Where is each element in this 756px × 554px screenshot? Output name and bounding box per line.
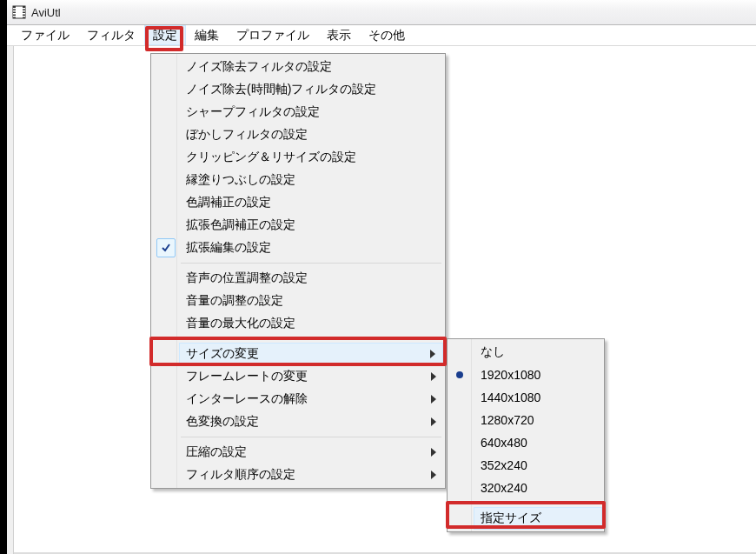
settings-item-blur-filter[interactable]: ぼかしフィルタの設定	[179, 123, 443, 146]
svg-marker-14	[431, 417, 436, 426]
svg-rect-9	[23, 13, 25, 15]
titlebar: AviUtl	[7, 0, 756, 25]
settings-item-label: 色調補正の設定	[186, 195, 271, 210]
menu-other-label: その他	[368, 28, 405, 43]
submenu-arrow-icon	[431, 471, 436, 479]
svg-rect-7	[23, 8, 25, 10]
size-submenu-list: なし 1920x1080 1440x1080 1280x720 640x480 …	[472, 339, 604, 531]
svg-rect-10	[23, 16, 25, 17]
settings-item-label: サイズの変更	[186, 346, 259, 362]
size-item-label: 352x240	[481, 458, 527, 472]
menu-other[interactable]: その他	[360, 25, 414, 45]
svg-marker-16	[431, 471, 436, 479]
menubar: ファイル フィルタ 設定 編集 プロファイル 表示 その他	[7, 25, 756, 46]
size-item-label: 320x240	[481, 481, 527, 495]
menu-separator	[181, 338, 441, 339]
svg-marker-15	[431, 448, 436, 457]
size-item-1440x1080[interactable]: 1440x1080	[474, 386, 602, 409]
svg-rect-8	[23, 10, 25, 12]
app-icon	[12, 5, 26, 19]
menu-profile-label: プロファイル	[236, 28, 309, 43]
svg-marker-13	[431, 395, 436, 404]
size-item-label: 指定サイズ	[481, 511, 541, 526]
settings-item-label: 音量の調整の設定	[186, 293, 283, 309]
settings-item-audio-pos[interactable]: 音声の位置調整の設定	[179, 267, 443, 290]
dropdown-gutter	[448, 339, 472, 531]
settings-item-label: 拡張編集の設定	[186, 240, 271, 256]
size-item-label: 1280x720	[481, 413, 534, 427]
size-item-320x240[interactable]: 320x240	[474, 477, 602, 499]
settings-item-label: ぼかしフィルタの設定	[186, 127, 308, 143]
settings-item-label: 拡張色調補正の設定	[186, 217, 295, 233]
settings-item-label: フレームレートの変更	[186, 369, 308, 384]
submenu-arrow-icon	[430, 350, 435, 358]
menu-edit-label: 編集	[195, 28, 219, 43]
menu-filter-label: フィルタ	[87, 28, 136, 43]
settings-item-label: 音量の最大化の設定	[186, 316, 295, 331]
settings-item-volume-max[interactable]: 音量の最大化の設定	[179, 312, 443, 335]
settings-item-label: ノイズ除去フィルタの設定	[186, 59, 332, 75]
menu-edit[interactable]: 編集	[186, 25, 228, 45]
settings-item-noise-time-filter[interactable]: ノイズ除去(時間軸)フィルタの設定	[179, 78, 443, 101]
settings-item-ext-color-correct[interactable]: 拡張色調補正の設定	[179, 214, 443, 237]
svg-rect-5	[13, 13, 16, 15]
size-item-none[interactable]: なし	[474, 341, 602, 364]
settings-item-noise-filter[interactable]: ノイズ除去フィルタの設定	[179, 56, 443, 78]
submenu-arrow-icon	[431, 372, 436, 381]
size-item-label: 1920x1080	[481, 368, 540, 382]
settings-item-label: シャープフィルタの設定	[186, 104, 320, 120]
dropdown-size-submenu: なし 1920x1080 1440x1080 1280x720 640x480 …	[447, 338, 605, 532]
settings-item-label: 縁塗りつぶしの設定	[186, 172, 295, 188]
settings-item-label: ノイズ除去(時間軸)フィルタの設定	[186, 82, 376, 97]
size-item-1280x720[interactable]: 1280x720	[474, 409, 602, 431]
menu-profile[interactable]: プロファイル	[228, 25, 318, 45]
size-item-352x240[interactable]: 352x240	[474, 454, 602, 477]
svg-rect-3	[13, 8, 16, 10]
settings-item-label: 圧縮の設定	[186, 444, 247, 460]
settings-item-label: 音声の位置調整の設定	[186, 270, 308, 286]
size-item-640x480[interactable]: 640x480	[474, 431, 602, 454]
size-item-label: 1440x1080	[481, 390, 540, 404]
size-item-1920x1080[interactable]: 1920x1080	[474, 364, 602, 386]
settings-item-compress[interactable]: 圧縮の設定	[179, 441, 443, 464]
size-item-specify[interactable]: 指定サイズ	[474, 507, 602, 530]
settings-item-color-correct[interactable]: 色調補正の設定	[179, 191, 443, 214]
submenu-arrow-icon	[431, 448, 436, 457]
window-title: AviUtl	[31, 6, 61, 19]
check-icon	[156, 238, 176, 257]
svg-rect-4	[13, 10, 16, 12]
settings-item-filter-order[interactable]: フィルタ順序の設定	[179, 464, 443, 486]
settings-item-resize[interactable]: サイズの変更	[179, 343, 443, 365]
dropdown-gutter	[151, 54, 177, 488]
svg-marker-12	[431, 372, 436, 381]
menu-separator	[475, 503, 600, 504]
menu-separator	[181, 263, 441, 264]
menu-file-label: ファイル	[21, 28, 70, 43]
menu-separator	[181, 437, 441, 437]
settings-item-color-conv[interactable]: 色変換の設定	[179, 410, 443, 433]
settings-item-ext-edit[interactable]: 拡張編集の設定	[179, 237, 443, 259]
menu-file[interactable]: ファイル	[12, 25, 78, 45]
settings-item-label: クリッピング＆リサイズの設定	[186, 150, 356, 165]
menu-view[interactable]: 表示	[318, 25, 360, 45]
dropdown-settings: ノイズ除去フィルタの設定 ノイズ除去(時間軸)フィルタの設定 シャープフィルタの…	[150, 53, 446, 489]
settings-item-sharp-filter[interactable]: シャープフィルタの設定	[179, 101, 443, 123]
menu-settings-label: 設定	[153, 28, 177, 43]
menu-settings[interactable]: 設定	[144, 25, 186, 45]
settings-item-framerate[interactable]: フレームレートの変更	[179, 365, 443, 388]
settings-item-volume[interactable]: 音量の調整の設定	[179, 290, 443, 312]
svg-marker-11	[430, 350, 435, 358]
size-item-label: なし	[481, 344, 505, 360]
left-rail	[7, 46, 14, 554]
menu-filter[interactable]: フィルタ	[78, 25, 144, 45]
settings-item-border-fill[interactable]: 縁塗りつぶしの設定	[179, 169, 443, 191]
svg-rect-6	[13, 16, 16, 17]
settings-item-label: インターレースの解除	[186, 391, 308, 407]
settings-item-label: フィルタ順序の設定	[186, 467, 295, 483]
radio-selected-icon	[456, 371, 463, 378]
dropdown-settings-list: ノイズ除去フィルタの設定 ノイズ除去(時間軸)フィルタの設定 シャープフィルタの…	[177, 54, 445, 488]
settings-item-deinterlace[interactable]: インターレースの解除	[179, 388, 443, 410]
settings-item-clip-resize[interactable]: クリッピング＆リサイズの設定	[179, 146, 443, 169]
submenu-arrow-icon	[431, 395, 436, 404]
submenu-arrow-icon	[431, 417, 436, 426]
